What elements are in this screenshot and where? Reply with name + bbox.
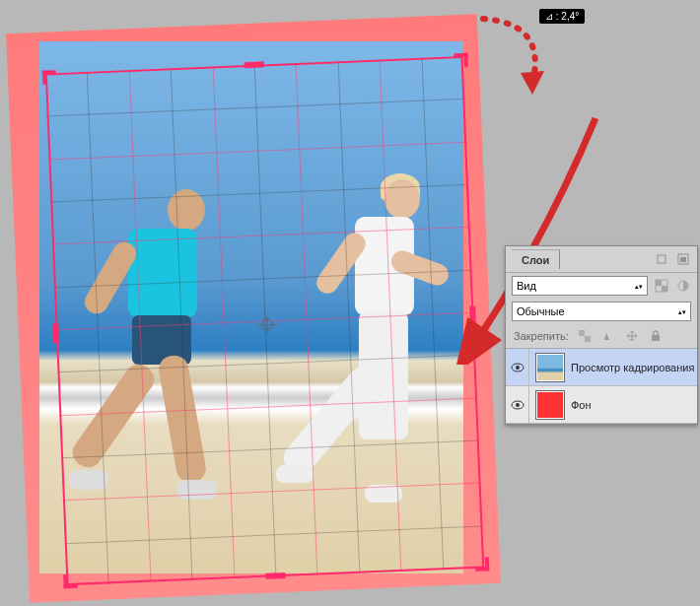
layers-panel: Слои Вид ▴▾ Обычные ▴▾ Закрепить: xyxy=(505,245,698,425)
filter-pixels-icon[interactable] xyxy=(654,278,669,294)
layer-item[interactable]: Фон xyxy=(506,386,697,424)
crop-handle-top[interactable] xyxy=(245,61,264,68)
layers-panel-tab[interactable]: Слои xyxy=(512,249,560,269)
eye-icon xyxy=(511,400,525,410)
canvas-background xyxy=(6,14,501,603)
layer-visibility-toggle[interactable] xyxy=(506,349,529,385)
layer-list: Просмотр кадрированияФон xyxy=(506,349,697,424)
lock-all-icon[interactable] xyxy=(648,328,664,344)
svg-point-13 xyxy=(516,403,520,407)
svg-rect-0 xyxy=(658,255,665,263)
dropdown-arrows-icon: ▴▾ xyxy=(635,284,643,289)
crop-handle-top-left[interactable] xyxy=(42,70,57,85)
lock-pixels-icon[interactable] xyxy=(600,328,616,344)
panel-menu-icon-2[interactable] xyxy=(675,251,691,267)
lock-position-icon[interactable] xyxy=(624,328,640,344)
eye-icon xyxy=(511,363,525,372)
svg-rect-4 xyxy=(656,280,662,286)
layer-item[interactable]: Просмотр кадрирования xyxy=(506,349,697,386)
svg-rect-7 xyxy=(579,330,585,336)
crop-handle-bottom[interactable] xyxy=(265,572,285,579)
panel-menu-icon-1[interactable] xyxy=(654,251,669,267)
crop-handle-bottom-left[interactable] xyxy=(63,574,78,589)
layer-name-label[interactable]: Просмотр кадрирования xyxy=(571,362,694,373)
svg-rect-9 xyxy=(652,335,660,341)
crop-handle-bottom-right[interactable] xyxy=(475,557,490,572)
svg-rect-5 xyxy=(662,286,667,292)
layer-kind-dropdown[interactable]: Вид ▴▾ xyxy=(512,276,648,296)
lock-label: Закрепить: xyxy=(514,330,569,342)
crop-handle-right[interactable] xyxy=(469,306,476,326)
layer-thumbnail[interactable] xyxy=(535,390,565,420)
svg-rect-2 xyxy=(680,257,686,262)
blend-mode-value: Обычные xyxy=(517,305,565,317)
filter-adjust-icon[interactable] xyxy=(675,278,691,294)
lock-transparency-icon[interactable] xyxy=(577,328,593,344)
dropdown-arrows-icon: ▴▾ xyxy=(678,309,686,314)
layer-visibility-toggle[interactable] xyxy=(506,386,529,423)
annotation-dotted-arrow xyxy=(463,4,562,112)
layer-name-label[interactable]: Фон xyxy=(571,399,592,411)
layer-kind-label: Вид xyxy=(517,280,536,292)
crop-handle-left[interactable] xyxy=(52,323,59,343)
svg-rect-8 xyxy=(585,336,591,342)
svg-point-11 xyxy=(516,366,520,370)
layer-thumbnail[interactable] xyxy=(535,353,565,382)
blend-mode-dropdown[interactable]: Обычные ▴▾ xyxy=(512,302,691,321)
